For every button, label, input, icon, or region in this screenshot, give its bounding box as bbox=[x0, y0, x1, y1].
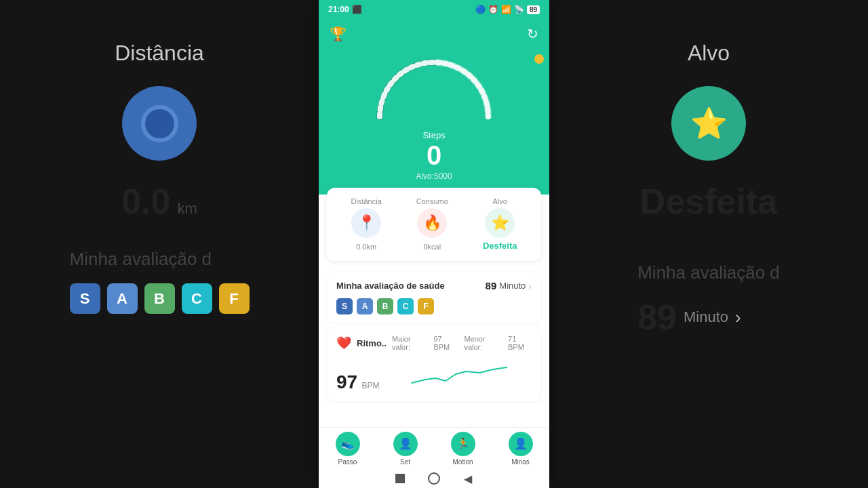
nav-passo-icon: 👟 bbox=[336, 432, 360, 456]
status-bar: 21:00 ⬛ 🔵 ⏰ 📶 📡 89 bbox=[319, 0, 549, 19]
steps-label: Steps bbox=[422, 130, 445, 140]
health-title: Minha avaliação de saúde bbox=[336, 281, 445, 291]
badge-a: A bbox=[357, 298, 373, 314]
stat-consumo-label: Consumo bbox=[416, 197, 448, 205]
stat-consumo-icon: 🔥 bbox=[417, 208, 447, 238]
nav-minas[interactable]: 👤 Minas bbox=[509, 432, 533, 466]
system-bar: ◀ bbox=[319, 469, 549, 488]
menor-value: 71 BPM bbox=[508, 335, 532, 351]
bg-badge-f: F bbox=[219, 283, 250, 314]
bg-right-health: Minha avaliação d 89 Minuto › bbox=[637, 262, 780, 338]
status-screen-icon: ⬛ bbox=[352, 5, 362, 14]
semicircle-chart bbox=[366, 49, 502, 123]
bg-left-title: Distância bbox=[115, 41, 204, 66]
maior-value: 97 BPM bbox=[433, 335, 457, 351]
badges-row: S A B C F bbox=[336, 298, 532, 314]
stat-distance-label: Distância bbox=[351, 197, 382, 205]
stat-alvo-value: Desfeita bbox=[483, 241, 517, 251]
stat-distance-icon: 📍 bbox=[351, 208, 381, 238]
heart-chart bbox=[387, 359, 532, 393]
bg-distance-unit: km bbox=[177, 200, 197, 218]
nav-passo-label: Passo bbox=[338, 458, 357, 466]
bg-distance-icon bbox=[122, 86, 197, 161]
bg-alvo-value: Desfeita bbox=[640, 181, 777, 222]
heart-current: 97 BPM bbox=[336, 371, 380, 393]
stat-alvo-label: Alvo bbox=[492, 197, 507, 205]
health-row: Minha avaliação de saúde 89 Minuto › bbox=[336, 280, 532, 291]
chevron-right-icon: › bbox=[528, 281, 532, 291]
bg-score-row: 89 Minuto › bbox=[637, 297, 780, 338]
health-score-num: 89 bbox=[486, 280, 497, 291]
badge-c: C bbox=[397, 298, 414, 314]
nav-set[interactable]: 👤 Set bbox=[393, 432, 418, 466]
bg-right-title: Alvo bbox=[688, 41, 730, 66]
stat-consumo: Consumo 🔥 0kcal bbox=[416, 197, 448, 251]
bg-left-panel: Distância 0.0 km Minha avaliação d S A B… bbox=[0, 0, 319, 488]
refresh-icon[interactable]: ↻ bbox=[527, 26, 538, 42]
sys-home-btn[interactable] bbox=[427, 472, 441, 485]
stat-alvo-icon: ⭐ bbox=[485, 208, 515, 238]
bg-score-unit: Minuto bbox=[684, 308, 728, 326]
steps-target: Alvo:5000 bbox=[416, 171, 452, 181]
goal-dot bbox=[534, 54, 544, 64]
nav-motion-icon: 🏃 bbox=[451, 432, 475, 456]
heart-icon: ❤️ bbox=[336, 336, 351, 350]
nav-minas-label: Minas bbox=[511, 458, 530, 466]
bg-badge-c: C bbox=[182, 283, 212, 314]
nav-minas-icon: 👤 bbox=[509, 432, 533, 456]
badge-b: B bbox=[377, 298, 393, 314]
maior-label: Maior valor: bbox=[392, 335, 427, 351]
bg-distance-value: 0.0 bbox=[121, 181, 170, 222]
status-left: 21:00 ⬛ bbox=[328, 5, 362, 14]
nav-motion-label: Motion bbox=[452, 458, 473, 466]
phone-frame: 21:00 ⬛ 🔵 ⏰ 📶 📡 89 🏆 ↻ Steps bbox=[319, 0, 549, 488]
star-icon: ⭐ bbox=[491, 214, 509, 232]
heart-header: ❤️ Ritmo.. Maior valor: 97 BPM Menor val… bbox=[336, 335, 532, 351]
bg-chevron-icon: › bbox=[735, 307, 741, 328]
heart-chart-svg bbox=[387, 359, 532, 393]
stat-distance-value: 0.0km bbox=[356, 241, 376, 251]
sys-back-icon: ◀ bbox=[464, 472, 472, 485]
health-section[interactable]: Minha avaliação de saúde 89 Minuto › S A… bbox=[327, 272, 541, 323]
bg-badge-s: S bbox=[70, 283, 100, 314]
stat-distance: Distância 📍 0.0km bbox=[351, 197, 382, 251]
heart-section: ❤️ Ritmo.. Maior valor: 97 BPM Menor val… bbox=[327, 327, 541, 401]
steps-area: Steps 0 Alvo:5000 bbox=[319, 49, 549, 195]
sys-square-icon bbox=[395, 474, 405, 483]
bg-score-num: 89 bbox=[637, 297, 677, 338]
stat-alvo: Alvo ⭐ Desfeita bbox=[483, 197, 517, 251]
battery-badge: 89 bbox=[527, 5, 540, 14]
app-header: 🏆 ↻ bbox=[319, 19, 549, 49]
sys-home-icon bbox=[428, 472, 440, 485]
settings-icon[interactable]: 🏆 bbox=[330, 26, 347, 42]
badge-s: S bbox=[336, 298, 353, 314]
signal-icon: 📶 bbox=[501, 5, 511, 14]
health-score-unit: Minuto bbox=[499, 281, 526, 291]
status-time: 21:00 bbox=[328, 5, 349, 14]
bg-badge-b: B bbox=[144, 283, 175, 314]
stats-card: Distância 📍 0.0km Consumo 🔥 0kcal Alvo ⭐… bbox=[327, 188, 541, 261]
fire-icon: 🔥 bbox=[423, 214, 441, 232]
bg-left-health: Minha avaliação d S A B C F bbox=[70, 249, 250, 327]
heart-title: Ritmo.. bbox=[357, 338, 387, 348]
stat-consumo-value: 0kcal bbox=[423, 241, 441, 251]
bg-health-label: Minha avaliação d bbox=[70, 249, 250, 270]
bg-badge-a: A bbox=[107, 283, 138, 314]
nav-passo[interactable]: 👟 Passo bbox=[336, 432, 360, 466]
heart-bpm: 97 bbox=[336, 371, 357, 392]
nav-set-icon: 👤 bbox=[393, 432, 418, 456]
semicircle-svg bbox=[366, 49, 502, 123]
nav-set-label: Set bbox=[400, 458, 410, 466]
steps-value: 0 bbox=[427, 142, 441, 169]
badge-f: F bbox=[418, 298, 434, 314]
nav-motion[interactable]: 🏃 Motion bbox=[451, 432, 475, 466]
bg-badges: S A B C F bbox=[70, 283, 250, 314]
sys-square-btn[interactable] bbox=[393, 472, 407, 485]
bluetooth-icon: 🔵 bbox=[475, 5, 486, 14]
heart-stats: Maior valor: 97 BPM Menor valor: 71 BPM bbox=[392, 335, 532, 351]
health-score: 89 Minuto › bbox=[486, 280, 532, 291]
bottom-nav: 👟 Passo 👤 Set 🏃 Motion 👤 Minas bbox=[319, 427, 549, 469]
status-right: 🔵 ⏰ 📶 📡 89 bbox=[475, 5, 540, 14]
alarm-icon: ⏰ bbox=[488, 5, 498, 14]
sys-back-btn[interactable]: ◀ bbox=[461, 472, 475, 485]
